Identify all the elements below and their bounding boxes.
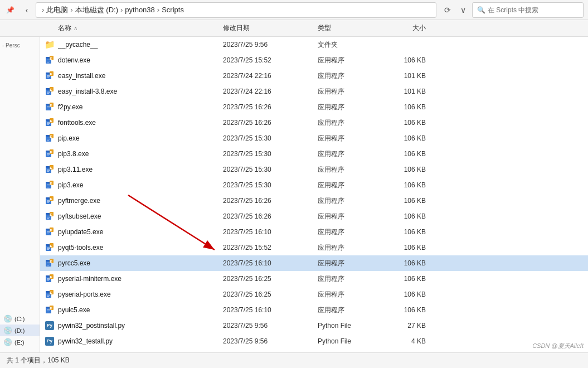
sidebar-quick-access[interactable]: - Persc (0, 41, 40, 50)
file-name: pyftsubset.exe (58, 212, 223, 220)
file-size: 106 KB (385, 56, 435, 64)
svg-rect-109 (47, 296, 49, 297)
file-name: fonttools.exe (58, 119, 223, 127)
status-bar: 共 1 个项目，105 KB (0, 352, 588, 368)
column-headers: 名称 ∧ 修改日期 类型 大小 (0, 20, 588, 37)
svg-rect-59 (47, 186, 50, 186)
file-size: 101 KB (385, 72, 435, 80)
col-header-date[interactable]: 修改日期 (223, 23, 318, 33)
svg-rect-10 (47, 76, 50, 77)
table-row[interactable]: E pip3.exe 2023/7/25 15:30 应用程序 106 KB (40, 177, 588, 193)
refresh-button[interactable]: ⟳ (441, 3, 454, 17)
breadcrumb-sep-3: › (157, 6, 159, 14)
col-header-type[interactable]: 类型 (318, 23, 385, 33)
file-date: 2023/7/25 16:25 (223, 290, 318, 298)
breadcrumb-pc[interactable]: 此电脑 (46, 5, 68, 15)
table-row[interactable]: E pip3.8.exe 2023/7/25 15:30 应用程序 106 KB (40, 146, 588, 162)
svg-text:E: E (50, 244, 52, 248)
table-row[interactable]: E pyserial-ports.exe 2023/7/25 16:25 应用程… (40, 287, 588, 302)
svg-rect-31 (47, 123, 50, 124)
sidebar-drive-c[interactable]: 💿 (C:) (0, 313, 40, 325)
table-row[interactable]: E pyftmerge.exe 2023/7/25 16:26 应用程序 106… (40, 193, 588, 209)
pin-button[interactable]: 📌 (4, 4, 16, 16)
file-name: pyserial-miniterm.exe (58, 275, 223, 283)
file-icon: E (45, 305, 55, 315)
file-date: 2023/7/25 16:10 (223, 228, 318, 236)
file-size: 27 KB (385, 322, 435, 330)
col-header-size[interactable]: 大小 (385, 23, 435, 33)
file-size: 106 KB (385, 181, 435, 189)
file-name: pip.exe (58, 134, 223, 142)
file-name: pip3.8.exe (58, 150, 223, 158)
file-size: 106 KB (385, 306, 435, 314)
table-row[interactable]: Py pywin32_postinstall.py 2023/7/25 9:56… (40, 318, 588, 333)
file-size: 106 KB (385, 212, 435, 220)
svg-rect-18 (47, 93, 49, 94)
file-type: 应用程序 (318, 212, 385, 221)
table-row[interactable]: Py pywin32_testall.py 2023/7/25 9:56 Pyt… (40, 333, 588, 349)
file-size: 106 KB (385, 275, 435, 283)
svg-text:E: E (50, 229, 52, 232)
sidebar-drive-e[interactable]: 💿 (E:) (0, 336, 40, 348)
watermark: CSDN @夏天Aileft (532, 342, 584, 350)
file-type: 应用程序 (318, 290, 385, 299)
file-type: 应用程序 (318, 196, 385, 206)
table-row[interactable]: E pyftsubset.exe 2023/7/25 16:26 应用程序 10… (40, 209, 588, 224)
file-icon: 📁 (45, 40, 55, 50)
file-size: 106 KB (385, 150, 435, 158)
table-row[interactable]: E f2py.exe 2023/7/25 16:26 应用程序 106 KB (40, 99, 588, 115)
table-row[interactable]: E pyuic5.exe 2023/7/25 16:10 应用程序 106 KB (40, 302, 588, 318)
dropdown-button[interactable]: ∨ (456, 3, 470, 17)
breadcrumb-python38[interactable]: python38 (125, 6, 155, 14)
table-row[interactable]: E fonttools.exe 2023/7/25 16:26 应用程序 106… (40, 115, 588, 130)
file-list-wrapper[interactable]: 📁 __pycache__ 2023/7/25 9:56 文件夹 E doten… (40, 37, 588, 352)
svg-rect-53 (47, 171, 49, 172)
file-name: pywin32_testall.py (58, 337, 223, 345)
file-icon: E (45, 102, 55, 112)
svg-rect-67 (47, 202, 49, 203)
svg-rect-87 (47, 248, 50, 249)
file-icon: E (45, 243, 55, 253)
file-type: 应用程序 (318, 306, 385, 315)
table-row[interactable]: E pyrcc5.exe 2023/7/25 16:10 应用程序 106 KB (40, 255, 588, 271)
file-icon: E (45, 274, 55, 284)
breadcrumb[interactable]: › 此电脑 › 本地磁盘 (D:) › python38 › Scripts (36, 2, 436, 18)
file-icon: E (45, 71, 55, 81)
file-date: 2023/7/25 9:56 (223, 337, 318, 345)
breadcrumb-drive[interactable]: 本地磁盘 (D:) (75, 5, 118, 15)
file-date: 2023/7/25 15:30 (223, 181, 318, 189)
file-date: 2023/7/24 22:16 (223, 72, 318, 80)
table-row[interactable]: E pyqt5-tools.exe 2023/7/25 15:52 应用程序 1… (40, 240, 588, 255)
table-row[interactable]: 📁 __pycache__ 2023/7/25 9:56 文件夹 (40, 37, 588, 52)
search-input[interactable] (488, 6, 577, 14)
file-icon: E (45, 227, 55, 237)
file-icon: E (45, 289, 55, 299)
table-row[interactable]: E pip.exe 2023/7/25 15:30 应用程序 106 KB (40, 130, 588, 146)
sidebar-drive-d[interactable]: 💿 (D:) (0, 325, 40, 336)
main-area: - Persc 💿 (C:) 💿 (D:) 💿 (E:) 📁 __pycache… (0, 37, 588, 352)
table-row[interactable]: E pyserial-miniterm.exe 2023/7/25 16:25 … (40, 271, 588, 287)
file-name: f2py.exe (58, 103, 223, 111)
table-row[interactable]: E easy_install-3.8.exe 2023/7/24 22:16 应… (40, 84, 588, 99)
file-type: Python File (318, 337, 385, 345)
search-box[interactable]: 🔍 (472, 2, 584, 18)
table-row[interactable]: E dotenv.exe 2023/7/25 15:52 应用程序 106 KB (40, 52, 588, 68)
table-row[interactable]: E pylupdate5.exe 2023/7/25 16:10 应用程序 10… (40, 224, 588, 240)
file-name: pyrcc5.exe (58, 259, 223, 267)
table-row[interactable]: E pip3.11.exe 2023/7/25 15:30 应用程序 106 K… (40, 162, 588, 177)
file-size: 4 KB (385, 337, 435, 345)
col-header-name[interactable]: 名称 ∧ (45, 23, 223, 33)
file-type: 应用程序 (318, 274, 385, 284)
file-icon: E (45, 164, 55, 175)
nav-back-button[interactable]: ‹ (20, 3, 33, 17)
drive-d-label: (D:) (14, 327, 25, 334)
svg-text:E: E (50, 307, 52, 310)
file-type: 应用程序 (318, 134, 385, 143)
file-name: pyqt5-tools.exe (58, 244, 223, 251)
drive-c-label: (C:) (14, 316, 25, 322)
table-row[interactable]: E easy_install.exe 2023/7/24 22:16 应用程序 … (40, 68, 588, 84)
svg-rect-24 (47, 108, 50, 108)
svg-rect-52 (47, 170, 50, 171)
address-bar: 📌 ‹ › 此电脑 › 本地磁盘 (D:) › python38 › Scrip… (0, 0, 588, 20)
breadcrumb-scripts: Scripts (162, 6, 184, 14)
